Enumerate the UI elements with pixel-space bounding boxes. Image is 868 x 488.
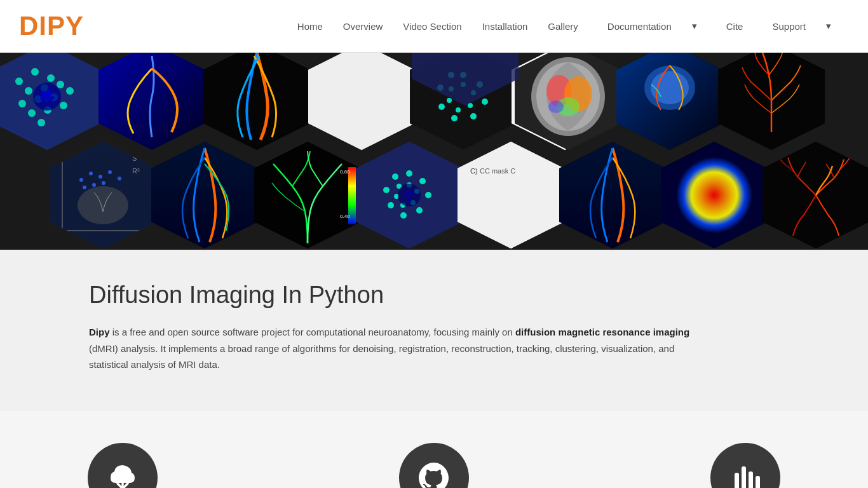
nav-item-overview[interactable]: Overview [334, 16, 392, 37]
svg-point-14 [37, 119, 45, 126]
svg-point-46 [548, 100, 564, 113]
svg-point-2 [31, 68, 39, 76]
svg-point-37 [447, 98, 452, 103]
page-title: Diffusion Imaging In Python [89, 281, 779, 309]
download-icon [105, 460, 140, 488]
hex-r2-3: 0.60 0.40 [254, 142, 361, 248]
svg-point-85 [398, 184, 421, 207]
svg-point-27 [482, 98, 488, 105]
svg-rect-22 [203, 53, 310, 150]
svg-point-64 [102, 181, 105, 185]
download-icon-button[interactable] [88, 443, 158, 489]
svg-rect-100 [749, 471, 753, 488]
hex-2 [98, 53, 205, 150]
nav-item-gallery[interactable]: Gallery [539, 16, 587, 37]
svg-rect-98 [735, 473, 739, 488]
hex-1 [0, 53, 100, 150]
nav-link-gallery[interactable]: Gallery [539, 16, 587, 37]
hex-r2-1: S¹ R³ [50, 142, 156, 248]
svg-point-88 [407, 197, 411, 201]
svg-text:C): C) [470, 167, 478, 175]
svg-point-77 [383, 187, 390, 193]
svg-point-7 [18, 100, 26, 107]
svg-point-60 [108, 170, 112, 174]
desc-middle: is a free and open source software proje… [110, 327, 515, 337]
hex-r2-7 [661, 142, 768, 248]
nav-link-home[interactable]: Home [288, 16, 332, 37]
nav-link-video[interactable]: Video Section [394, 16, 470, 37]
hex-r2-5: C) CC mask C [458, 142, 564, 248]
svg-point-17 [47, 90, 52, 95]
nav-item-home[interactable]: Home [288, 16, 332, 37]
svg-point-18 [44, 97, 50, 102]
nav-item-video[interactable]: Video Section [394, 16, 470, 37]
svg-point-3 [47, 74, 55, 82]
hex-6 [515, 53, 621, 150]
svg-point-76 [388, 202, 394, 208]
metrics-icon [728, 460, 763, 488]
desc-bold: diffusion magnetic resonance imaging [515, 327, 689, 337]
svg-point-36 [456, 107, 461, 112]
nav-item-support[interactable]: Support ▾ [754, 10, 849, 42]
svg-point-59 [98, 175, 102, 179]
svg-point-71 [406, 170, 412, 177]
svg-point-4 [25, 87, 32, 95]
svg-rect-23 [308, 53, 415, 150]
nav-item-documentation[interactable]: Documentation ▾ [590, 10, 715, 42]
svg-point-1 [15, 78, 23, 85]
svg-text:CC mask C: CC mask C [480, 167, 515, 175]
nav-item-cite[interactable]: Cite [717, 16, 752, 37]
nav-link-overview[interactable]: Overview [334, 16, 392, 37]
hex-r2-2 [151, 142, 258, 248]
icons-row [0, 443, 868, 489]
svg-point-10 [66, 87, 74, 95]
svg-rect-99 [742, 466, 746, 488]
hex-3 [203, 53, 310, 150]
github-icon-button[interactable] [399, 443, 469, 489]
nav-link-cite[interactable]: Cite [717, 16, 752, 37]
svg-point-13 [60, 102, 67, 109]
svg-point-87 [410, 191, 414, 194]
navbar: DIPY Home Overview Video Section Install… [0, 0, 868, 53]
svg-point-6 [57, 81, 64, 88]
svg-point-57 [79, 178, 83, 182]
svg-rect-101 [756, 476, 760, 488]
svg-point-19 [40, 96, 44, 100]
svg-point-94 [676, 157, 752, 233]
metrics-icon-button[interactable] [710, 443, 780, 489]
svg-point-78 [392, 173, 398, 180]
nav-link-documentation[interactable]: Documentation ▾ [590, 10, 715, 42]
hex-8 [718, 53, 825, 150]
svg-point-75 [400, 212, 407, 219]
svg-text:R³: R³ [132, 167, 140, 175]
support-dropdown-arrow: ▾ [817, 15, 840, 37]
svg-text:S¹: S¹ [132, 154, 139, 162]
svg-point-20 [50, 96, 54, 100]
desc-suffix: (dMRI) analysis. It implements a broad r… [89, 343, 674, 370]
brand-name-inline: Dipy [89, 327, 110, 337]
svg-point-72 [419, 178, 426, 184]
hex-r2-6 [559, 142, 666, 248]
svg-point-16 [42, 92, 47, 97]
nav-item-installation[interactable]: Installation [473, 16, 537, 37]
svg-point-29 [451, 115, 458, 121]
nav-link-support[interactable]: Support ▾ [754, 10, 849, 42]
content-section: Diffusion Imaging In Python Dipy is a fr… [0, 250, 868, 411]
documentation-dropdown-arrow: ▾ [683, 15, 706, 37]
hex-4 [308, 53, 415, 150]
github-icon [416, 459, 452, 489]
svg-point-30 [438, 104, 445, 110]
nav-link-installation[interactable]: Installation [473, 16, 537, 37]
svg-text:0.40: 0.40 [340, 214, 350, 219]
svg-point-73 [425, 192, 431, 198]
svg-point-58 [89, 172, 93, 175]
svg-point-28 [470, 113, 477, 119]
svg-point-11 [28, 109, 36, 117]
svg-text:0.60: 0.60 [340, 169, 350, 175]
svg-point-86 [405, 192, 409, 196]
svg-point-63 [92, 183, 96, 187]
brand-logo[interactable]: DIPY [19, 11, 84, 41]
svg-rect-89 [458, 142, 564, 248]
hex-r2-8 [763, 142, 868, 248]
svg-point-56 [78, 186, 128, 224]
